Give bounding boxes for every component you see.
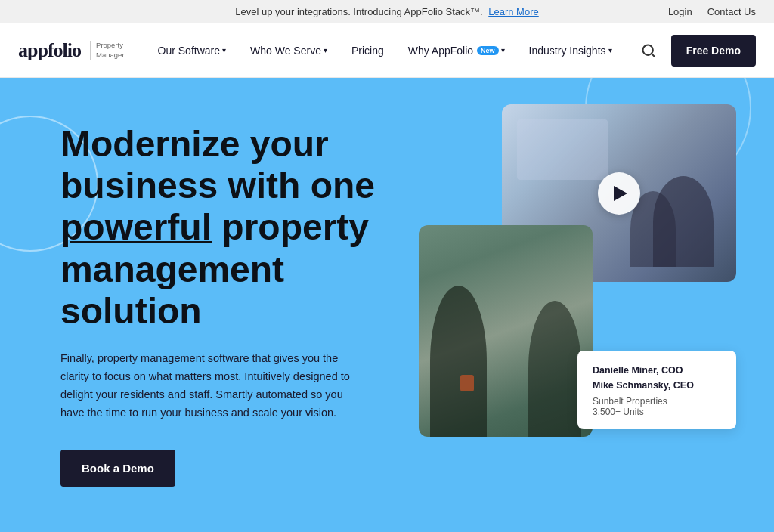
- search-button[interactable]: [638, 40, 659, 61]
- login-link[interactable]: Login: [668, 6, 692, 17]
- free-demo-button[interactable]: Free Demo: [671, 35, 756, 66]
- new-badge: New: [477, 46, 499, 55]
- nav-links: Our Software ▾ Who We Serve ▾ Pricing Wh…: [146, 39, 638, 63]
- hero-headline-highlight: powerful: [60, 207, 212, 247]
- logo[interactable]: appfolio PropertyManager: [18, 39, 125, 62]
- book-demo-button[interactable]: Book a Demo: [60, 450, 175, 487]
- quote-names: Danielle Miner, COO Mike Schmansky, CEO: [593, 363, 721, 393]
- quote-units: 3,500+ Units: [593, 407, 721, 417]
- svg-line-1: [652, 53, 655, 56]
- hero-section: Modernize yourbusiness with one powerful…: [0, 78, 774, 532]
- hero-headline: Modernize yourbusiness with one powerful…: [60, 123, 375, 332]
- nav-right: Free Demo: [638, 35, 756, 66]
- contact-link[interactable]: Contact Us: [707, 6, 756, 17]
- search-icon: [641, 43, 656, 58]
- logo-subtitle: PropertyManager: [90, 41, 125, 60]
- navbar: appfolio PropertyManager Our Software ▾ …: [0, 23, 774, 78]
- banner-message: Level up your integrations. Introducing …: [235, 6, 482, 17]
- hero-image-couple: [419, 225, 593, 437]
- nav-item-our-software[interactable]: Our Software ▾: [146, 39, 238, 63]
- nav-item-industry-insights[interactable]: Industry Insights ▾: [517, 39, 624, 63]
- nav-item-pricing[interactable]: Pricing: [339, 39, 396, 63]
- play-button[interactable]: [598, 172, 640, 215]
- banner-link[interactable]: Learn More: [488, 6, 538, 17]
- play-icon: [614, 186, 627, 201]
- hero-quote-card: Danielle Miner, COO Mike Schmansky, CEO …: [577, 351, 736, 429]
- nav-item-who-we-serve[interactable]: Who We Serve ▾: [238, 39, 339, 63]
- hero-subtext: Finally, property management software th…: [60, 350, 363, 422]
- nav-item-why-appfolio[interactable]: Why AppFolio New ▾: [396, 39, 517, 63]
- hero-content: Modernize yourbusiness with one powerful…: [60, 123, 375, 487]
- quote-company: Sunbelt Properties: [593, 396, 721, 407]
- hero-images: Danielle Miner, COO Mike Schmansky, CEO …: [419, 104, 736, 452]
